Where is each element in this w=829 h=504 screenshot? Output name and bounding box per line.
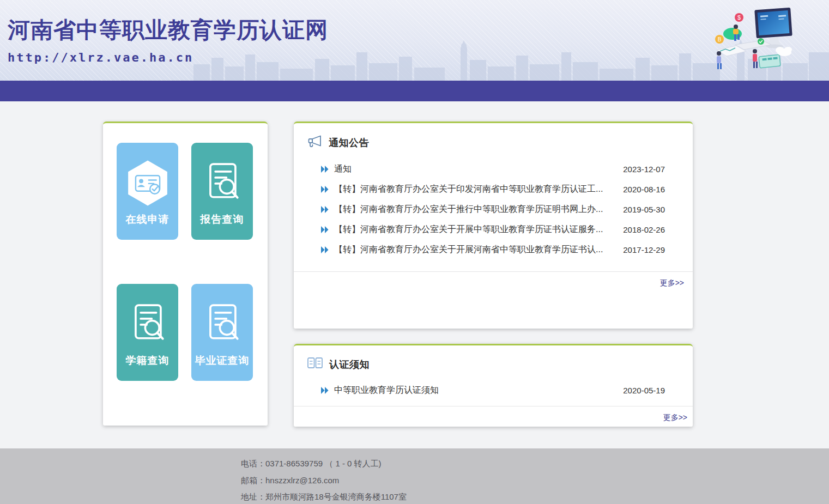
notice-list-item[interactable]: 【转】河南省教育厅办公室关于开展河南省中等职业教育学历证书认... 2017-1… xyxy=(294,240,693,260)
phone-label: 电话： xyxy=(241,459,265,468)
tablet-icon xyxy=(759,54,780,68)
guide-more-row: 更多>> xyxy=(294,406,693,423)
megaphone-icon xyxy=(307,135,323,151)
address-label: 地址： xyxy=(241,492,265,501)
check-badge-icon xyxy=(758,38,764,45)
header-illustration: $ B xyxy=(705,3,797,76)
open-book-icon xyxy=(307,357,323,372)
double-chevron-icon xyxy=(321,387,329,394)
notice-list-item[interactable]: 【转】河南省教育厅办公室关于印发河南省中等职业教育学历认证工... 2020-0… xyxy=(294,179,693,199)
footer-address-row: 地址：郑州市顺河路18号金银湾商务楼1107室 xyxy=(241,489,829,504)
double-chevron-icon xyxy=(321,246,329,253)
action-label: 报告查询 xyxy=(201,212,244,227)
notice-title-text: 【转】河南省教育厅办公室关于推行中等职业教育学历证明书网上办... xyxy=(334,204,615,215)
guide-date: 2020-05-19 xyxy=(623,386,665,395)
notice-date: 2020-08-16 xyxy=(623,185,665,194)
action-label: 毕业证查询 xyxy=(195,354,250,368)
standing-person-icon xyxy=(753,49,758,68)
site-footer: 电话：0371-86539759 （ 1 - 0 转人工) 邮箱：hnszzxl… xyxy=(0,448,829,504)
double-chevron-icon xyxy=(321,166,329,173)
document-search-icon xyxy=(191,158,253,208)
main-navbar xyxy=(0,81,829,101)
notices-panel: 通知公告 通知 2023-12-07 【转】河南省教育厅办公室关于印发河南省中等… xyxy=(294,122,693,329)
svg-text:$: $ xyxy=(737,14,741,21)
double-chevron-icon xyxy=(321,226,329,233)
guide-title-text: 中等职业教育学历认证须知 xyxy=(334,385,615,396)
notices-list: 通知 2023-12-07 【转】河南省教育厅办公室关于印发河南省中等职业教育学… xyxy=(294,159,693,260)
standing-person-icon xyxy=(717,51,722,69)
notice-title-text: 【转】河南省教育厅办公室关于开展中等职业教育学历证书认证服务... xyxy=(334,224,615,235)
site-title: 河南省中等职业教育学历认证网 xyxy=(8,15,328,45)
notice-list-item[interactable]: 通知 2023-12-07 xyxy=(294,159,693,179)
footer-email-row: 邮箱：hnszzxlrz@126.com xyxy=(241,472,829,489)
email-value: hnszzxlrz@126.com xyxy=(265,476,339,485)
sitting-person-icon xyxy=(723,25,742,41)
document-search-icon xyxy=(191,299,253,349)
notice-date: 2018-02-26 xyxy=(623,225,665,234)
email-label: 邮箱： xyxy=(241,476,265,485)
right-column: 通知公告 通知 2023-12-07 【转】河南省教育厅办公室关于印发河南省中等… xyxy=(294,122,693,427)
footer-phone-row: 电话：0371-86539759 （ 1 - 0 转人工) xyxy=(241,456,829,472)
double-chevron-icon xyxy=(321,206,329,213)
diploma-query-button[interactable]: 毕业证查询 xyxy=(191,284,253,381)
notices-more-link[interactable]: 更多>> xyxy=(660,278,684,287)
id-card-check-icon xyxy=(117,158,178,208)
guide-panel: 认证须知 中等职业教育学历认证须知 2020-05-19 更多>> xyxy=(294,344,693,427)
online-apply-button[interactable]: 在线申请 xyxy=(117,143,178,240)
action-label: 在线申请 xyxy=(126,212,170,227)
double-chevron-icon xyxy=(321,186,329,193)
guide-more-link[interactable]: 更多>> xyxy=(663,413,687,422)
site-url: http://xlrz.vae.ha.cn xyxy=(8,51,328,64)
coin-badge-icon: B xyxy=(715,35,724,44)
notices-header: 通知公告 xyxy=(294,123,693,156)
svg-text:B: B xyxy=(718,37,722,42)
notice-date: 2023-12-07 xyxy=(623,165,665,174)
document-search-icon xyxy=(117,299,178,349)
notice-title-text: 【转】河南省教育厅办公室关于开展河南省中等职业教育学历证书认... xyxy=(334,244,615,256)
notices-title: 通知公告 xyxy=(329,136,369,149)
guide-header: 认证须知 xyxy=(294,345,693,378)
money-badge-icon: $ xyxy=(735,13,743,22)
notice-title-text: 【转】河南省教育厅办公室关于印发河南省中等职业教育学历认证工... xyxy=(334,184,615,195)
notice-date: 2019-05-30 xyxy=(623,205,665,214)
address-value: 郑州市顺河路18号金银湾商务楼1107室 xyxy=(265,492,407,501)
quick-actions-panel: 在线申请 报告查询 xyxy=(103,122,268,426)
site-header: 河南省中等职业教育学历认证网 http://xlrz.vae.ha.cn xyxy=(0,0,829,81)
notice-list-item[interactable]: 【转】河南省教育厅办公室关于推行中等职业教育学历证明书网上办... 2019-0… xyxy=(294,199,693,220)
student-status-query-button[interactable]: 学籍查询 xyxy=(117,284,178,381)
guide-list: 中等职业教育学历认证须知 2020-05-19 xyxy=(294,380,693,400)
guide-list-item[interactable]: 中等职业教育学历认证须知 2020-05-19 xyxy=(294,380,693,400)
notices-more-row: 更多>> xyxy=(294,271,693,288)
report-query-button[interactable]: 报告查询 xyxy=(191,143,253,240)
action-label: 学籍查询 xyxy=(126,354,170,368)
phone-value: 0371-86539759 （ 1 - 0 转人工) xyxy=(265,459,382,468)
notice-title-text: 通知 xyxy=(334,163,615,175)
main-content: 在线申请 报告查询 xyxy=(0,101,829,427)
guide-title: 认证须知 xyxy=(329,358,370,371)
notice-list-item[interactable]: 【转】河南省教育厅办公室关于开展中等职业教育学历证书认证服务... 2018-0… xyxy=(294,220,693,240)
notice-date: 2017-12-29 xyxy=(623,245,665,254)
